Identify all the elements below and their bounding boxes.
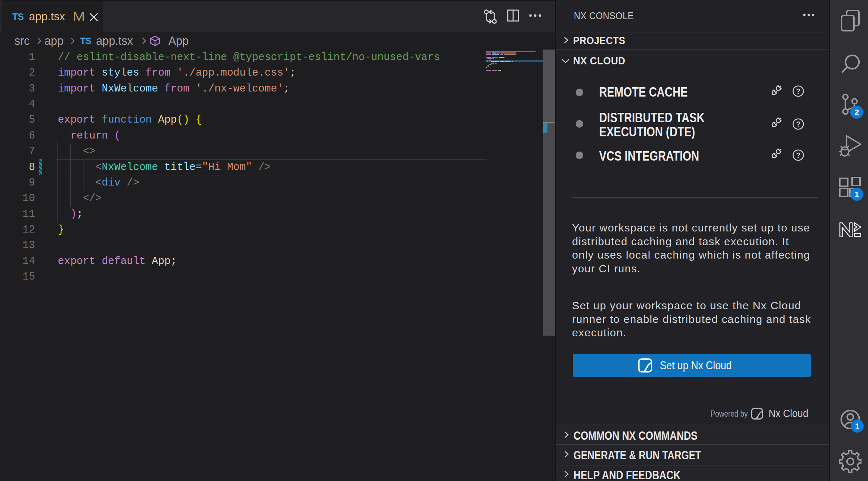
- svg-text:?: ?: [796, 120, 800, 128]
- svg-text:?: ?: [796, 151, 800, 159]
- svg-text:?: ?: [796, 87, 800, 95]
